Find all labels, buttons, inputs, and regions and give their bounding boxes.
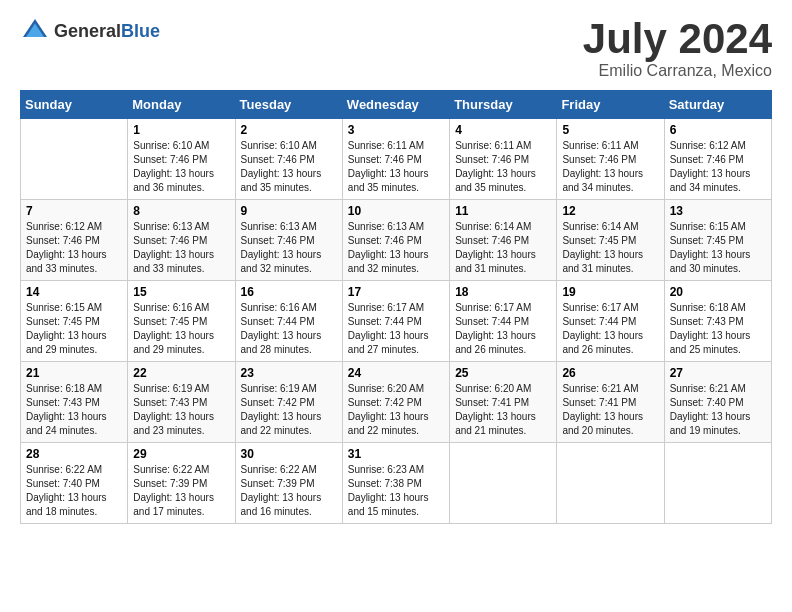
- sunset-text: Sunset: 7:44 PM: [455, 315, 551, 329]
- calendar-day-cell: [450, 443, 557, 524]
- day-info: Sunrise: 6:21 AMSunset: 7:41 PMDaylight:…: [562, 382, 658, 438]
- calendar-day-cell: 18Sunrise: 6:17 AMSunset: 7:44 PMDayligh…: [450, 281, 557, 362]
- day-info: Sunrise: 6:20 AMSunset: 7:41 PMDaylight:…: [455, 382, 551, 438]
- daylight-text: Daylight: 13 hours and 28 minutes.: [241, 329, 337, 357]
- sunrise-text: Sunrise: 6:17 AM: [455, 301, 551, 315]
- day-number: 25: [455, 366, 551, 380]
- day-number: 19: [562, 285, 658, 299]
- sunrise-text: Sunrise: 6:15 AM: [670, 220, 766, 234]
- sunset-text: Sunset: 7:40 PM: [670, 396, 766, 410]
- daylight-text: Daylight: 13 hours and 35 minutes.: [241, 167, 337, 195]
- sunset-text: Sunset: 7:46 PM: [348, 153, 444, 167]
- daylight-text: Daylight: 13 hours and 20 minutes.: [562, 410, 658, 438]
- sunset-text: Sunset: 7:44 PM: [241, 315, 337, 329]
- daylight-text: Daylight: 13 hours and 29 minutes.: [26, 329, 122, 357]
- day-number: 24: [348, 366, 444, 380]
- day-number: 13: [670, 204, 766, 218]
- day-info: Sunrise: 6:21 AMSunset: 7:40 PMDaylight:…: [670, 382, 766, 438]
- calendar-day-cell: 17Sunrise: 6:17 AMSunset: 7:44 PMDayligh…: [342, 281, 449, 362]
- day-number: 7: [26, 204, 122, 218]
- day-info: Sunrise: 6:23 AMSunset: 7:38 PMDaylight:…: [348, 463, 444, 519]
- calendar-day-cell: 26Sunrise: 6:21 AMSunset: 7:41 PMDayligh…: [557, 362, 664, 443]
- calendar-week-row: 7Sunrise: 6:12 AMSunset: 7:46 PMDaylight…: [21, 200, 772, 281]
- daylight-text: Daylight: 13 hours and 35 minutes.: [455, 167, 551, 195]
- daylight-text: Daylight: 13 hours and 35 minutes.: [348, 167, 444, 195]
- sunset-text: Sunset: 7:46 PM: [241, 234, 337, 248]
- daylight-text: Daylight: 13 hours and 33 minutes.: [133, 248, 229, 276]
- sunrise-text: Sunrise: 6:18 AM: [26, 382, 122, 396]
- daylight-text: Daylight: 13 hours and 27 minutes.: [348, 329, 444, 357]
- sunrise-text: Sunrise: 6:21 AM: [670, 382, 766, 396]
- day-info: Sunrise: 6:13 AMSunset: 7:46 PMDaylight:…: [348, 220, 444, 276]
- calendar-title: July 2024: [583, 16, 772, 62]
- sunset-text: Sunset: 7:42 PM: [348, 396, 444, 410]
- sunrise-text: Sunrise: 6:12 AM: [26, 220, 122, 234]
- day-number: 17: [348, 285, 444, 299]
- calendar-day-cell: 23Sunrise: 6:19 AMSunset: 7:42 PMDayligh…: [235, 362, 342, 443]
- day-info: Sunrise: 6:18 AMSunset: 7:43 PMDaylight:…: [26, 382, 122, 438]
- sunrise-text: Sunrise: 6:12 AM: [670, 139, 766, 153]
- day-info: Sunrise: 6:15 AMSunset: 7:45 PMDaylight:…: [26, 301, 122, 357]
- day-number: 29: [133, 447, 229, 461]
- day-number: 20: [670, 285, 766, 299]
- calendar-day-cell: 12Sunrise: 6:14 AMSunset: 7:45 PMDayligh…: [557, 200, 664, 281]
- day-number: 4: [455, 123, 551, 137]
- day-number: 22: [133, 366, 229, 380]
- daylight-text: Daylight: 13 hours and 32 minutes.: [348, 248, 444, 276]
- sunrise-text: Sunrise: 6:11 AM: [455, 139, 551, 153]
- day-info: Sunrise: 6:17 AMSunset: 7:44 PMDaylight:…: [455, 301, 551, 357]
- sunset-text: Sunset: 7:46 PM: [26, 234, 122, 248]
- sunset-text: Sunset: 7:43 PM: [26, 396, 122, 410]
- sunset-text: Sunset: 7:43 PM: [133, 396, 229, 410]
- daylight-text: Daylight: 13 hours and 29 minutes.: [133, 329, 229, 357]
- day-number: 3: [348, 123, 444, 137]
- calendar-day-cell: 28Sunrise: 6:22 AMSunset: 7:40 PMDayligh…: [21, 443, 128, 524]
- day-info: Sunrise: 6:17 AMSunset: 7:44 PMDaylight:…: [348, 301, 444, 357]
- day-of-week-header: Thursday: [450, 91, 557, 119]
- sunrise-text: Sunrise: 6:13 AM: [241, 220, 337, 234]
- day-number: 10: [348, 204, 444, 218]
- daylight-text: Daylight: 13 hours and 33 minutes.: [26, 248, 122, 276]
- day-number: 12: [562, 204, 658, 218]
- day-number: 8: [133, 204, 229, 218]
- sunrise-text: Sunrise: 6:17 AM: [348, 301, 444, 315]
- sunrise-text: Sunrise: 6:23 AM: [348, 463, 444, 477]
- calendar-week-row: 21Sunrise: 6:18 AMSunset: 7:43 PMDayligh…: [21, 362, 772, 443]
- sunset-text: Sunset: 7:46 PM: [133, 234, 229, 248]
- page-header: GeneralBlue July 2024 Emilio Carranza, M…: [20, 16, 772, 80]
- daylight-text: Daylight: 13 hours and 25 minutes.: [670, 329, 766, 357]
- calendar-day-cell: 8Sunrise: 6:13 AMSunset: 7:46 PMDaylight…: [128, 200, 235, 281]
- daylight-text: Daylight: 13 hours and 26 minutes.: [562, 329, 658, 357]
- sunset-text: Sunset: 7:39 PM: [133, 477, 229, 491]
- daylight-text: Daylight: 13 hours and 34 minutes.: [562, 167, 658, 195]
- sunrise-text: Sunrise: 6:21 AM: [562, 382, 658, 396]
- sunset-text: Sunset: 7:46 PM: [455, 153, 551, 167]
- calendar-day-cell: 5Sunrise: 6:11 AMSunset: 7:46 PMDaylight…: [557, 119, 664, 200]
- day-info: Sunrise: 6:16 AMSunset: 7:44 PMDaylight:…: [241, 301, 337, 357]
- daylight-text: Daylight: 13 hours and 32 minutes.: [241, 248, 337, 276]
- calendar-table: SundayMondayTuesdayWednesdayThursdayFrid…: [20, 90, 772, 524]
- day-number: 18: [455, 285, 551, 299]
- day-number: 6: [670, 123, 766, 137]
- calendar-day-cell: 15Sunrise: 6:16 AMSunset: 7:45 PMDayligh…: [128, 281, 235, 362]
- sunrise-text: Sunrise: 6:11 AM: [348, 139, 444, 153]
- daylight-text: Daylight: 13 hours and 15 minutes.: [348, 491, 444, 519]
- day-number: 30: [241, 447, 337, 461]
- sunrise-text: Sunrise: 6:17 AM: [562, 301, 658, 315]
- sunrise-text: Sunrise: 6:16 AM: [133, 301, 229, 315]
- calendar-day-cell: [557, 443, 664, 524]
- sunset-text: Sunset: 7:45 PM: [562, 234, 658, 248]
- sunset-text: Sunset: 7:45 PM: [133, 315, 229, 329]
- day-info: Sunrise: 6:16 AMSunset: 7:45 PMDaylight:…: [133, 301, 229, 357]
- sunset-text: Sunset: 7:40 PM: [26, 477, 122, 491]
- day-info: Sunrise: 6:22 AMSunset: 7:39 PMDaylight:…: [241, 463, 337, 519]
- daylight-text: Daylight: 13 hours and 26 minutes.: [455, 329, 551, 357]
- daylight-text: Daylight: 13 hours and 23 minutes.: [133, 410, 229, 438]
- daylight-text: Daylight: 13 hours and 31 minutes.: [455, 248, 551, 276]
- day-of-week-header: Friday: [557, 91, 664, 119]
- day-info: Sunrise: 6:19 AMSunset: 7:43 PMDaylight:…: [133, 382, 229, 438]
- day-of-week-header: Monday: [128, 91, 235, 119]
- calendar-day-cell: 20Sunrise: 6:18 AMSunset: 7:43 PMDayligh…: [664, 281, 771, 362]
- sunset-text: Sunset: 7:46 PM: [562, 153, 658, 167]
- daylight-text: Daylight: 13 hours and 17 minutes.: [133, 491, 229, 519]
